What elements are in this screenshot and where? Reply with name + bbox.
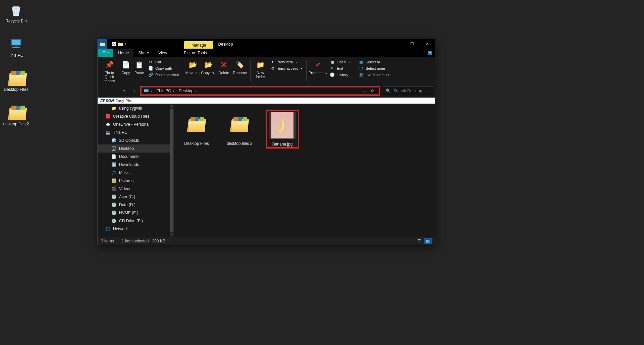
desktop-icon-label: desktop files 2 [3,122,29,126]
paste-button[interactable]: 📋 Paste [132,59,146,83]
desktop-icon-desktop-files[interactable]: Desktop FIles [3,71,30,92]
refresh-button[interactable]: ⟳ [369,87,376,95]
navigation-pane[interactable]: 📁using cygwin🟥Creative Cloud Files☁️OneD… [98,104,170,237]
nav-item-cd-f[interactable]: 💿CD Drive (F:) [98,217,170,225]
scroll-up-icon[interactable]: ▲ [170,104,174,108]
nav-item-onedrive[interactable]: ☁️OneDrive - Personal [98,120,170,128]
nav-item-downloads[interactable]: ⬇️Downloads [98,161,170,169]
nav-item-network[interactable]: 🌐Network [98,225,170,233]
select-none-button[interactable]: ▢Select none [358,66,391,71]
epson-label: Easy Pho [115,99,132,103]
paste-icon: 📋 [135,60,144,69]
file-item-desktop-files-2-folder[interactable]: desktop files 2 [223,110,256,147]
nav-item-acer-c[interactable]: 💽Acer (C:) [98,193,170,201]
help-icon[interactable]: ? [428,51,432,55]
breadcrumb-this-pc[interactable]: This PC▸ [155,88,177,94]
history-button[interactable]: 🕘History [329,72,351,77]
address-root-icon[interactable]: ▸ [142,88,155,94]
qat-folder-icon[interactable] [118,42,123,46]
this-pc-icon [9,37,23,52]
history-icon: 🕘 [329,72,335,77]
invert-selection-icon: ◩ [358,72,364,77]
properties-button[interactable]: ✔ Properties▾ [309,59,327,83]
ribbon-tabs: File Home Share View Picture Tools ˆ ? [98,49,435,57]
forward-button[interactable]: → [110,87,118,95]
nav-item-desktop[interactable]: 🖥️Desktop [98,145,170,153]
file-explorer-window: ▾ Manage Desktop ─ ☐ ✕ File Home Share V… [97,39,435,245]
status-size: 300 KB [152,239,165,243]
file-item-desktop-files-folder[interactable]: Desktop FIles [180,110,213,147]
select-all-button[interactable]: ▦Select all [358,59,391,65]
open-button[interactable]: ▦Open▾ [329,59,351,65]
titlebar[interactable]: ▾ Manage Desktop ─ ☐ ✕ [98,39,435,49]
system-menu-icon[interactable] [98,39,107,49]
address-bar[interactable]: ▸ This PC▸ Desktop▸ ⌄ ⟳ [141,87,378,95]
rename-button[interactable]: 🏷️ Rename [231,59,248,83]
svg-rect-4 [12,47,20,48]
recent-locations-button[interactable]: ▾ [120,87,128,95]
maximize-button[interactable]: ☐ [404,39,420,49]
edit-button[interactable]: ✎Edit [329,66,351,71]
window-title: Desktop [213,39,237,49]
close-button[interactable]: ✕ [420,39,435,49]
status-bar: 3 items | 1 item selected 300 KB | ☰ ▦ [98,237,435,245]
select-all-icon: ▦ [358,60,364,64]
delete-icon: ✕ [220,60,227,69]
navigation-scrollbar[interactable]: ▲ ▼ [170,104,174,237]
invert-selection-button[interactable]: ◩Invert selection [358,72,391,77]
search-icon: 🔍 [386,89,391,93]
address-dropdown-button[interactable]: ⌄ [361,87,368,95]
new-item-icon: ✦ [270,60,275,64]
delete-button[interactable]: ✕ Delete [216,59,231,83]
file-item-banana-jpg[interactable]: Banana.jpg [266,110,299,149]
nav-item-this-pc[interactable]: 💻This PC [98,128,170,136]
collapse-ribbon-icon[interactable]: ˆ [424,51,425,55]
copy-to-button[interactable]: 📂 Copy to▾ [201,59,216,83]
nav-item-videos[interactable]: 🎬Videos [98,185,170,193]
content-pane[interactable]: Desktop FIlesdesktop files 2Banana.jpg [174,104,435,237]
epson-brand: EPSON [100,99,114,103]
desktop-icon-desktop-files-2[interactable]: desktop files 2 [3,106,30,126]
nav-item-nvme-e[interactable]: 💽NVME (E:) [98,209,170,217]
desktop-icon-recycle-bin[interactable]: Recycle Bin [3,3,30,23]
nav-item-using-cygwin[interactable]: 📁using cygwin [98,104,170,112]
paste-shortcut-button[interactable]: 🔗Paste shortcut [147,72,179,77]
search-input[interactable]: 🔍 Search Desktop [383,87,433,95]
copy-path-button[interactable]: 📑Copy path [147,66,179,71]
view-large-icons-button[interactable]: ▦ [424,238,432,244]
tab-file[interactable]: File [98,49,113,57]
new-item-button[interactable]: ✦New item▾ [269,59,303,65]
tab-view[interactable]: View [154,49,172,57]
cut-button[interactable]: ✂Cut [147,59,179,65]
nav-item-creative-cloud[interactable]: 🟥Creative Cloud Files [98,112,170,120]
tab-share[interactable]: Share [133,49,154,57]
easy-access-button[interactable]: ⚙Easy access▾ [269,66,303,71]
nav-item-pictures[interactable]: 🖼️Pictures [98,177,170,185]
desktop-icon-this-pc[interactable]: This PC [3,37,30,58]
scroll-thumb[interactable] [170,109,173,232]
rename-icon: 🏷️ [236,60,244,69]
up-button[interactable]: ↑ [130,87,139,95]
tab-home[interactable]: Home [113,49,133,57]
scroll-down-icon[interactable]: ▼ [170,232,174,237]
breadcrumb-desktop[interactable]: Desktop▸ [177,88,199,94]
onedrive-icon: ☁️ [105,122,110,127]
tab-picture-tools[interactable]: Picture Tools [179,49,211,57]
nav-item-3d-objects[interactable]: 🧊3D Objects [98,136,170,145]
new-folder-button[interactable]: 📁 New folder [253,59,268,83]
nav-item-documents[interactable]: 📄Documents [98,153,170,161]
minimize-button[interactable]: ─ [389,39,404,49]
move-to-button[interactable]: 📂 Move to▾ [185,59,201,83]
epson-toolbar[interactable]: EPSON Easy Pho [98,98,435,104]
back-button[interactable]: ← [100,87,108,95]
qat-properties-icon[interactable] [111,42,116,46]
pin-to-quick-access-button[interactable]: 📌 Pin to Quick access [100,59,119,83]
qat-customize-icon[interactable]: ▾ [125,42,126,46]
view-details-button[interactable]: ☰ [415,238,423,244]
copy-button[interactable]: 📄 Copy [119,59,132,83]
nav-item-music[interactable]: 🎵Music [98,169,170,177]
contextual-tab-manage[interactable]: Manage [184,41,213,49]
open-icon: ▦ [329,60,335,64]
cube-icon: 🧊 [111,138,116,143]
nav-item-data-d[interactable]: 💽Data (D:) [98,201,170,209]
